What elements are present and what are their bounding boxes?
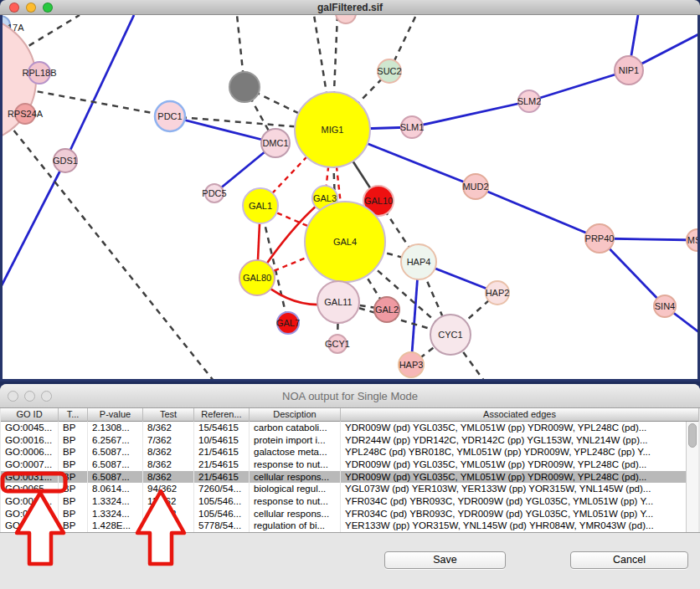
cancel-button[interactable]: Cancel [570, 551, 688, 569]
cell-go_id[interactable]: GO:0031... [1, 495, 59, 508]
cell-reference[interactable]: 21/54615 [194, 471, 250, 484]
cell-type[interactable]: BP [59, 520, 88, 532]
cell-p_value[interactable]: 6.2567... [88, 434, 143, 447]
network-edge[interactable] [476, 187, 600, 238]
cell-go_id[interactable]: GO:0050... [1, 520, 59, 532]
cell-test[interactable]: 94/362 [143, 483, 194, 495]
cell-go_id[interactable]: GO:0045... [1, 422, 59, 434]
cell-reference[interactable]: 105/546... [194, 508, 250, 520]
node-label: RPL18B [23, 68, 57, 78]
column-header-pvalue[interactable]: P-value [88, 408, 143, 422]
cell-edges[interactable]: YDR009W (pd) YGL035C, YML051W (pp) YDR00… [341, 422, 699, 434]
save-button[interactable]: Save [384, 551, 506, 569]
cell-test[interactable]: 80/362 [143, 520, 194, 532]
cell-p_value[interactable]: 1.3324... [88, 495, 143, 508]
cell-test[interactable]: 8/362 [143, 446, 194, 458]
scrollbar-thumb[interactable] [688, 423, 697, 448]
cell-type[interactable]: BP [59, 446, 88, 458]
cell-p_value[interactable]: 8.0614... [88, 483, 143, 495]
cell-description[interactable]: response to nut... [250, 458, 341, 471]
network-window: galFiltered.sif 17ARPL18BRPS24AGDS1PDC1P… [0, 0, 700, 382]
table-row[interactable]: GO:0065...BP8.0614...94/3627260/54...bio… [1, 483, 699, 495]
cell-type[interactable]: BP [59, 434, 88, 447]
cell-p_value[interactable]: 6.5087... [88, 446, 143, 458]
network-edge[interactable] [65, 15, 134, 161]
cell-p_value[interactable]: 2.1308... [88, 422, 143, 434]
cell-test[interactable]: 11/362 [143, 495, 194, 508]
cell-type[interactable]: BP [59, 495, 88, 508]
column-header-referen[interactable]: Referen... [194, 408, 250, 422]
network-node-gray[interactable] [229, 72, 260, 102]
cell-test[interactable]: 8/362 [143, 471, 194, 484]
cell-reference[interactable]: 15/54615 [194, 422, 250, 434]
cell-edges[interactable]: YFR034C (pd) YBR093C, YDR009W (pd) YGL03… [341, 508, 699, 520]
table-row[interactable]: GO:0045...BP2.1308...8/36215/54615carbon… [1, 422, 699, 434]
cell-description[interactable]: cellular respons... [250, 471, 341, 484]
cell-description[interactable]: protein import i... [250, 434, 341, 447]
cell-go_id[interactable]: GO:0006... [1, 446, 59, 458]
cell-type[interactable]: BP [59, 458, 88, 471]
cell-description[interactable]: carbon cataboli... [250, 422, 341, 434]
node-label: GAL11 [324, 297, 352, 307]
cell-type[interactable]: BP [59, 422, 88, 434]
network-edge[interactable] [412, 101, 529, 127]
cell-edges[interactable]: YER133W (pp) YOR315W, YNL145W (pd) YHR08… [341, 520, 699, 532]
cell-description[interactable]: regulation of bi... [250, 520, 341, 532]
cell-edges[interactable]: YFR034C (pd) YBR093C, YDR009W (pd) YGL03… [341, 495, 699, 508]
column-header-goid[interactable]: GO ID [1, 408, 59, 422]
cell-p_value[interactable]: 1.3324... [88, 508, 143, 520]
network-canvas[interactable]: 17ARPL18BRPS24AGDS1PDC1PDC5DMC1MIG1SUC2S… [0, 15, 700, 382]
cell-reference[interactable]: 10/54615 [194, 434, 250, 447]
table-row[interactable]: GO:0031...BP6.5087...8/36221/54615cellul… [1, 471, 699, 484]
cell-type[interactable]: BP [59, 483, 88, 495]
cell-edges[interactable]: YDR009W (pd) YGL035C, YML051W (pp) YDR00… [341, 458, 699, 471]
cell-reference[interactable]: 7260/54... [194, 483, 250, 495]
cell-go_id[interactable]: GO:0031... [1, 508, 59, 520]
table-scrollbar[interactable] [686, 422, 698, 532]
cell-edges[interactable]: YGL073W (pd) YER103W, YER133W (pp) YOR31… [341, 483, 699, 495]
cell-reference[interactable]: 5778/54... [194, 520, 250, 532]
cell-reference[interactable]: 21/54615 [194, 458, 250, 471]
cell-description[interactable]: galactose meta... [250, 446, 341, 458]
node-label: SLM1 [400, 122, 425, 132]
table-row[interactable]: GO:0016...BP6.2567...7/36210/54615protei… [1, 434, 699, 447]
cell-go_id[interactable]: GO:0007... [1, 458, 59, 471]
table-row[interactable]: GO:0050...BP1.428E...80/3625778/54...reg… [1, 520, 699, 532]
network-edge[interactable] [170, 116, 275, 143]
cell-test[interactable]: 7/362 [143, 434, 194, 447]
column-header-desciption[interactable]: Desciption [250, 408, 341, 422]
cell-test[interactable]: 8/362 [143, 422, 194, 434]
column-header-t[interactable]: T... [59, 408, 88, 422]
cell-reference[interactable]: 105/546... [194, 495, 250, 508]
cell-description[interactable]: cellular respons... [250, 508, 341, 520]
cell-go_id[interactable]: GO:0065... [1, 483, 59, 495]
cell-p_value[interactable]: 1.428E... [88, 520, 143, 532]
node-label: CYC1 [438, 330, 462, 340]
cell-edges[interactable]: YDR244W (pp) YDR142C, YDR142C (pp) YGL15… [341, 434, 699, 447]
cell-p_value[interactable]: 6.5087... [88, 458, 143, 471]
table-row[interactable]: GO:0006...BP6.5087...8/36221/54615galact… [1, 446, 699, 458]
cell-edges[interactable]: YPL248C (pd) YBR018C, YML051W (pp) YDR00… [341, 446, 699, 458]
cell-p_value[interactable]: 6.5087... [88, 471, 143, 484]
cell-description[interactable]: biological regul... [250, 483, 341, 495]
network-edge[interactable] [529, 70, 629, 101]
cell-go_id[interactable]: GO:0031... [1, 471, 59, 484]
column-header-test[interactable]: Test [143, 408, 194, 422]
cell-go_id[interactable]: GO:0016... [1, 434, 59, 447]
cell-type[interactable]: BP [59, 508, 88, 520]
network-node-topnode[interactable] [336, 15, 356, 23]
cell-type[interactable]: BP [59, 471, 88, 484]
node-label: PDC1 [157, 111, 182, 121]
cell-test[interactable]: 11/362 [143, 508, 194, 520]
network-edge[interactable] [3, 161, 65, 289]
cell-description[interactable]: response to nut... [250, 495, 341, 508]
cell-reference[interactable]: 21/54615 [194, 446, 250, 458]
column-header-associatededges[interactable]: Associated edges [341, 408, 699, 422]
table-row[interactable]: GO:0031...BP1.3324...11/362105/546...cel… [1, 508, 699, 520]
cell-test[interactable]: 8/362 [143, 458, 194, 471]
node-label: SIN4 [655, 301, 675, 311]
table-row[interactable]: GO:0007...BP6.5087...8/36221/54615respon… [1, 458, 699, 471]
cell-edges[interactable]: YDR009W (pd) YGL035C, YML051W (pp) YDR00… [341, 471, 699, 484]
node-label: PDC5 [202, 188, 226, 198]
table-row[interactable]: GO:0031...BP1.3324...11/362105/546...res… [1, 495, 699, 508]
